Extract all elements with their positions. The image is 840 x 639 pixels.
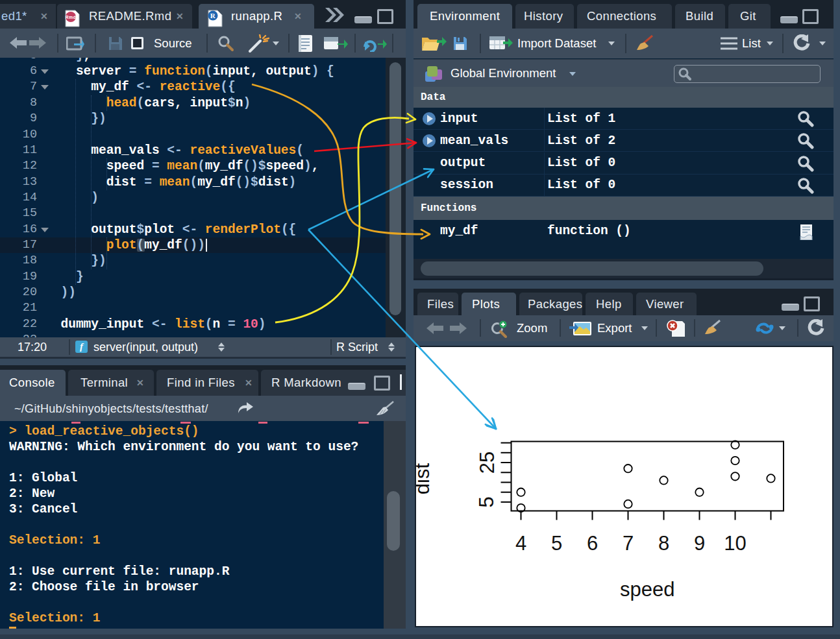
svg-text:5: 5 [476, 496, 499, 507]
svg-text:dist: dist [416, 463, 434, 494]
svg-text:6: 6 [587, 532, 598, 555]
svg-text:4: 4 [515, 532, 526, 555]
svg-text:Rmd: Rmd [66, 15, 77, 19]
svg-text:R: R [210, 12, 216, 19]
svg-text:8: 8 [658, 532, 669, 555]
svg-text:25: 25 [476, 452, 499, 474]
svg-text:speed: speed [620, 578, 674, 601]
svg-text:10: 10 [724, 532, 746, 555]
svg-text:7: 7 [623, 532, 634, 555]
svg-text:9: 9 [694, 532, 705, 555]
svg-text:5: 5 [551, 532, 562, 555]
